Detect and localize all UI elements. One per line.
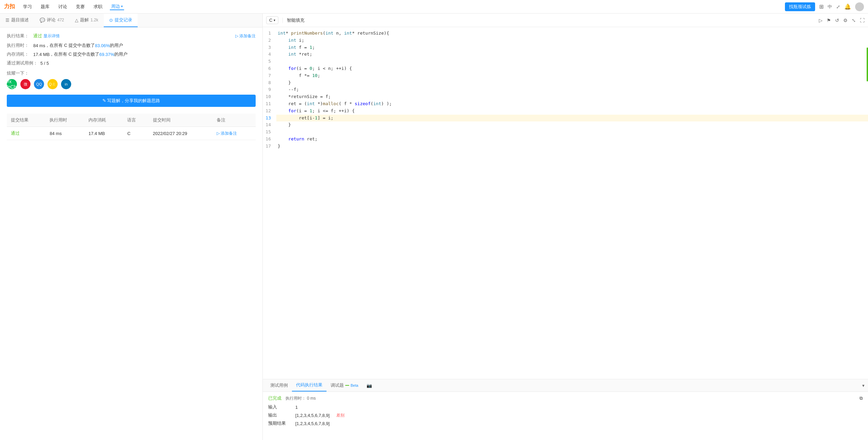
bell-icon[interactable]: 🔔 <box>844 3 851 10</box>
code-line-2: 2 int i; <box>263 37 868 44</box>
tab-debug[interactable]: 调试题 Beta <box>327 380 362 391</box>
input-row: 输入 1 <box>268 404 863 410</box>
expand-icon[interactable]: ⤢ <box>836 4 840 9</box>
row-note[interactable]: ▷ 添加备注 <box>213 127 256 140</box>
code-line-7: 7 f *= 10; <box>263 72 868 79</box>
nav-study[interactable]: 学习 <box>22 4 33 10</box>
right-panel: C ▾ 智能填充 ▷ ⚑ ↺ ⚙ ⤡ ⛶ 1 int* printNumbers… <box>263 14 868 440</box>
qq-share-btn[interactable]: QQ <box>34 79 44 89</box>
beta-link[interactable]: Beta <box>351 383 358 387</box>
code-editor[interactable]: 1 int* printNumbers(int n, int* returnSi… <box>263 27 868 379</box>
logo: 力扣 <box>4 3 15 10</box>
expand-code-icon[interactable]: ⤡ <box>852 18 856 23</box>
chevron-down-icon: ▾ <box>121 4 123 8</box>
tab-photo[interactable]: 📷 <box>362 380 376 391</box>
run-code-icon[interactable]: ▷ <box>819 18 823 23</box>
tab-exec-result[interactable]: 代码执行结果 <box>292 379 327 391</box>
tab-testcase[interactable]: 测试用例 <box>266 380 292 391</box>
fullscreen-icon[interactable]: ⛶ <box>860 18 865 23</box>
output-label: 输出 <box>268 412 295 418</box>
avatar-icon[interactable] <box>855 2 864 11</box>
result-label: 执行结果： <box>7 33 31 39</box>
settings-icon[interactable]: ⚙ <box>843 18 848 23</box>
write-solution-button[interactable]: ✎ 写题解，分享我的解题思路 <box>7 95 256 107</box>
result-row: 执行结果： 通过 显示详情 ▷ 添加备注 <box>7 33 256 39</box>
lang-label: C <box>269 18 272 23</box>
top-nav-right: 找瓶颈试炼 ⊞ 中 ⤢ 🔔 <box>785 2 864 11</box>
memory-value: 17.4 MB <box>33 52 50 57</box>
code-line-5: 5 <box>263 58 868 65</box>
diff-badge[interactable]: 差别 <box>336 413 344 418</box>
lang-switch[interactable]: 中 <box>828 4 832 10</box>
test-label: 通过测试用例： <box>7 60 38 66</box>
flag-small-icon: ▷ <box>217 131 220 136</box>
output-row: 输出 [1,2,3,4,5,6,7,8,9] 差别 <box>268 412 863 418</box>
weibo-share-btn[interactable]: 微 <box>20 79 31 89</box>
qzone-share-btn[interactable]: Q⭐ <box>47 79 58 89</box>
nav-discuss[interactable]: 讨论 <box>57 4 68 10</box>
book-icon: ☰ <box>5 18 9 23</box>
nav-jobs[interactable]: 求职 <box>92 4 104 10</box>
flag-icon: ▷ <box>235 34 238 38</box>
tab-description[interactable]: ☰ 题目描述 <box>0 14 34 27</box>
code-line-10: 10 *returnSize = f; <box>263 93 868 100</box>
bottom-expand-btn[interactable]: ▾ <box>862 383 865 388</box>
col-memory: 内存消耗 <box>84 114 123 127</box>
share-icons: &#x WeChat 微 QQ Q⭐ in <box>7 79 256 89</box>
col-note: 备注 <box>213 114 256 127</box>
nav-merch[interactable]: 周边 ▾ <box>110 3 124 10</box>
memory-row: 内存消耗： 17.4 MB ，在所有 C 提交中击败了 69.37% 的用户 <box>7 51 256 57</box>
lang-select[interactable]: C ▾ <box>266 16 278 24</box>
toolbar-divider <box>282 18 283 23</box>
try-button[interactable]: 找瓶颈试炼 <box>785 2 815 11</box>
smart-fill-btn[interactable]: 智能填充 <box>287 17 304 23</box>
memory-label: 内存消耗： <box>7 51 31 57</box>
bottom-content: 已完成 执行用时： 0 ms ⧉ 输入 1 输出 [1,2,3,4,5,6,7,… <box>263 392 868 440</box>
tab-comments[interactable]: 💬 评论 472 <box>34 14 70 27</box>
runtime-row: 执行用时： 84 ms ，在所有 C 提交中击败了 83.06% 的用户 <box>7 42 256 49</box>
solution-icon: △ <box>75 18 78 23</box>
expected-row: 预期结果 [1,2,3,4,5,6,7,8,9] <box>268 420 863 426</box>
test-value: 5 / 5 <box>40 61 49 66</box>
history-icon: ⊙ <box>109 18 113 23</box>
result-status: 通过 <box>33 33 42 39</box>
code-line-12: 12 for(i = 1; i <= f; ++i) { <box>263 108 868 115</box>
code-line-14: 14 } <box>263 121 868 129</box>
expected-value: [1,2,3,4,5,6,7,8,9] <box>295 421 330 426</box>
code-line-8: 8 } <box>263 79 868 87</box>
tab-submissions[interactable]: ⊙ 提交记录 <box>104 14 138 27</box>
tab-solutions[interactable]: △ 题解 1.2k <box>70 14 104 27</box>
copy-result-icon[interactable]: ⧉ <box>860 396 863 401</box>
code-line-13: 13 ret[i-1] = i; <box>263 115 868 122</box>
row-runtime: 84 ms <box>45 127 84 140</box>
row-add-note-btn[interactable]: ▷ 添加备注 <box>217 131 252 136</box>
linkedin-share-btn[interactable]: in <box>61 79 71 89</box>
weixin-share-btn[interactable]: &#x WeChat <box>7 79 17 89</box>
exec-time: 执行用时： 0 ms <box>285 396 316 401</box>
code-line-6: 6 for(i = 0; i < n; ++i) { <box>263 65 868 72</box>
code-line-9: 9 --f; <box>263 86 868 93</box>
code-line-1: 1 int* printNumbers(int n, int* returnSi… <box>263 30 868 37</box>
row-status[interactable]: 通过 <box>7 127 45 140</box>
code-area-wrapper: 1 int* printNumbers(int n, int* returnSi… <box>263 27 868 379</box>
submissions-table: 提交结果 执行用时 内存消耗 语言 提交时间 备注 通过 84 ms 17.4 … <box>7 114 256 140</box>
row-time: 2022/02/27 20:29 <box>149 127 213 140</box>
col-time: 提交时间 <box>149 114 213 127</box>
runtime-label: 执行用时： <box>7 42 31 49</box>
row-lang: C <box>123 127 149 140</box>
refresh-icon[interactable]: ↺ <box>835 18 839 23</box>
input-label: 输入 <box>268 404 295 410</box>
nav-problems[interactable]: 题库 <box>39 4 51 10</box>
show-detail-link[interactable]: 显示详情 <box>43 33 60 39</box>
share-label: 炫耀一下： <box>7 70 256 76</box>
code-line-11: 11 ret = (int *)malloc( f * sizeof(int) … <box>263 100 868 108</box>
nav-contest[interactable]: 竞赛 <box>75 4 86 10</box>
add-note-button[interactable]: ▷ 添加备注 <box>235 33 256 39</box>
layout-icon[interactable]: ⊞ <box>819 3 824 10</box>
expected-label: 预期结果 <box>268 420 295 426</box>
toolbar-right: ▷ ⚑ ↺ ⚙ ⤡ ⛶ <box>819 18 865 23</box>
right-toolbar: C ▾ 智能填充 ▷ ⚑ ↺ ⚙ ⤡ ⛶ <box>263 14 868 27</box>
code-line-15: 15 <box>263 129 868 136</box>
bottom-panel: 测试用例 代码执行结果 调试题 Beta 📷 ▾ 已完成 执行用时： <box>263 379 868 440</box>
flag-icon[interactable]: ⚑ <box>827 18 831 23</box>
